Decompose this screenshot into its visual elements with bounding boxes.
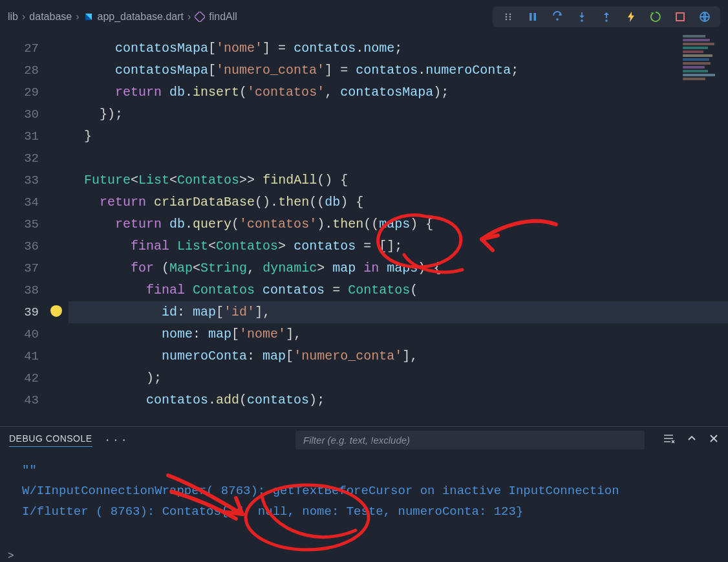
code-line[interactable]: return db.insert('contatos', contatosMap… — [69, 81, 728, 103]
code-line[interactable]: contatos.add(contatos); — [69, 389, 728, 411]
line-number: 28 — [0, 59, 69, 81]
line-number: 33 — [0, 169, 69, 191]
chevron-right-icon: › — [76, 11, 79, 23]
step-out-icon[interactable] — [600, 10, 613, 23]
console-log-line: I/flutter ( 8763): Contatos{id: null, no… — [22, 501, 706, 522]
line-number: 35 — [0, 213, 69, 235]
svg-point-15 — [605, 19, 608, 22]
devtools-icon[interactable] — [698, 10, 711, 23]
close-icon[interactable] — [709, 433, 719, 447]
code-line[interactable] — [69, 147, 728, 169]
chevron-right-icon: › — [22, 11, 25, 23]
panel-actions — [662, 432, 719, 448]
line-number: 43 — [0, 389, 69, 411]
code-line[interactable]: for (Map<String, dynamic> map in maps) { — [69, 257, 728, 279]
breadcrumb-folder[interactable]: lib — [8, 11, 18, 23]
svg-rect-9 — [530, 13, 532, 21]
panel-header: DEBUG CONSOLE ··· — [0, 427, 728, 453]
code-line[interactable]: final List<Contatos> contatos = []; — [69, 235, 728, 257]
code-line[interactable]: ); — [69, 367, 728, 389]
line-number: 40 — [0, 323, 69, 345]
console-prompt[interactable]: > — [0, 550, 728, 562]
code-line[interactable]: id: map['id'], — [69, 301, 728, 323]
code-line[interactable]: return db.query('contatos').then((maps) … — [69, 213, 728, 235]
console-log-line: W/IInputConnectionWrapper( 8763): getTex… — [22, 481, 706, 501]
debug-toolbar — [493, 6, 720, 27]
line-number: 32 — [0, 147, 69, 169]
restart-icon[interactable] — [649, 10, 662, 23]
more-icon[interactable]: ··· — [104, 434, 129, 447]
breadcrumb-symbol[interactable]: findAll — [209, 11, 237, 23]
pause-icon[interactable] — [526, 10, 539, 23]
code-line[interactable]: } — [69, 125, 728, 147]
function-icon — [195, 12, 205, 22]
svg-rect-10 — [534, 13, 537, 21]
code-line[interactable]: contatosMapa['nome'] = contatos.nome; — [69, 38, 728, 59]
breadcrumb-file[interactable]: app_database.dart — [98, 11, 184, 23]
code-line[interactable]: contatosMapa['numero_conta'] = contatos.… — [69, 59, 728, 81]
line-number: 42 — [0, 367, 69, 389]
line-number: 29 — [0, 81, 69, 103]
console-output[interactable]: ""W/IInputConnectionWrapper( 8763): getT… — [0, 453, 728, 550]
svg-marker-16 — [628, 12, 634, 22]
dart-file-icon — [83, 12, 94, 22]
svg-point-11 — [556, 18, 559, 21]
code-line[interactable]: numeroConta: map['numero_conta'], — [69, 345, 728, 367]
line-number: 38 — [0, 279, 69, 301]
svg-point-5 — [506, 16, 508, 17]
debug-console-panel: DEBUG CONSOLE ··· ""W/IInputConnectionWr… — [0, 426, 728, 562]
svg-point-4 — [509, 13, 511, 15]
line-gutter: 2728293031323334353637383940414243 — [0, 34, 69, 426]
panel-title[interactable]: DEBUG CONSOLE — [9, 433, 92, 447]
svg-point-8 — [509, 18, 511, 20]
stop-icon[interactable] — [674, 10, 687, 23]
line-number: 27 — [0, 38, 69, 59]
line-number: 34 — [0, 191, 69, 213]
svg-point-3 — [506, 13, 508, 15]
code-line[interactable]: final Contatos contatos = Contatos( — [69, 279, 728, 301]
hot-reload-icon[interactable] — [625, 10, 637, 23]
code-line[interactable]: }); — [69, 103, 728, 125]
filter-input[interactable] — [295, 431, 645, 449]
code-editor[interactable]: 2728293031323334353637383940414243 conta… — [0, 34, 728, 426]
svg-rect-17 — [676, 13, 684, 21]
svg-point-13 — [581, 19, 583, 22]
breadcrumb[interactable]: lib › database › app_database.dart › fin… — [8, 11, 237, 23]
chevron-right-icon: › — [187, 11, 191, 23]
line-number: 39 — [0, 301, 69, 323]
top-bar: lib › database › app_database.dart › fin… — [0, 0, 728, 34]
code-line[interactable]: Future<List<Contatos>> findAll() { — [69, 169, 728, 191]
line-number: 31 — [0, 125, 69, 147]
line-number: 36 — [0, 235, 69, 257]
svg-point-7 — [506, 18, 508, 20]
console-log-line: "" — [22, 460, 706, 481]
code-content[interactable]: contatosMapa['nome'] = contatos.nome; co… — [69, 34, 728, 426]
line-number: 41 — [0, 345, 69, 367]
lightbulb-icon[interactable] — [50, 305, 62, 317]
svg-point-6 — [509, 16, 511, 17]
breadcrumb-subfolder[interactable]: database — [29, 11, 72, 23]
line-number: 30 — [0, 103, 69, 125]
svg-rect-2 — [195, 12, 205, 22]
grip-icon[interactable] — [502, 10, 515, 23]
code-line[interactable]: return criarDataBase().then((db) { — [69, 191, 728, 213]
clear-icon[interactable] — [662, 432, 675, 448]
minimap[interactable] — [679, 34, 724, 105]
step-into-icon[interactable] — [575, 10, 588, 23]
step-over-icon[interactable] — [551, 10, 564, 23]
collapse-icon[interactable] — [687, 433, 697, 447]
code-line[interactable]: nome: map['nome'], — [69, 323, 728, 345]
line-number: 37 — [0, 257, 69, 279]
